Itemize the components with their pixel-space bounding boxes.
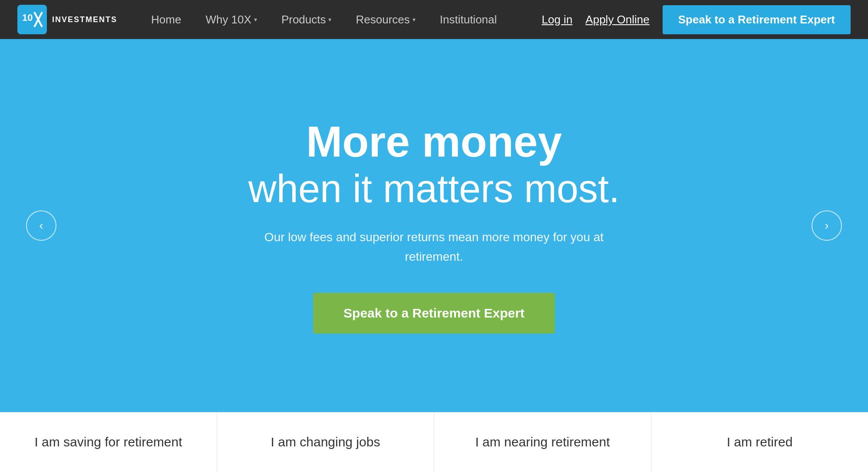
why10x-chevron-icon: ▾ bbox=[254, 16, 257, 23]
carousel-next-button[interactable]: › bbox=[812, 210, 842, 241]
hero-title-light: when it matters most. bbox=[239, 165, 630, 212]
card-saving[interactable]: I am saving for retirement bbox=[0, 412, 217, 472]
bottom-cards: I am saving for retirement I am changing… bbox=[0, 412, 868, 472]
nav-right: Log in Apply Online Speak to a Retiremen… bbox=[542, 5, 851, 34]
nav-institutional[interactable]: Institutional bbox=[428, 0, 509, 39]
hero-speak-expert-button[interactable]: Speak to a Retirement Expert bbox=[313, 293, 555, 334]
carousel-prev-button[interactable]: ‹ bbox=[26, 210, 56, 241]
card-nearing-retirement[interactable]: I am nearing retirement bbox=[434, 412, 651, 472]
hero-subtitle: Our low fees and superior returns mean m… bbox=[239, 228, 630, 267]
products-chevron-icon: ▾ bbox=[328, 16, 331, 23]
resources-chevron-icon: ▾ bbox=[413, 16, 416, 23]
hero-section: ‹ More money when it matters most. Our l… bbox=[0, 39, 868, 412]
login-link[interactable]: Log in bbox=[542, 13, 573, 26]
apply-online-link[interactable]: Apply Online bbox=[585, 13, 649, 26]
hero-title-bold: More money bbox=[239, 118, 630, 165]
card-changing-jobs[interactable]: I am changing jobs bbox=[217, 412, 434, 472]
logo-link[interactable]: 10 INVESTMENTS bbox=[17, 5, 117, 34]
logo-icon: 10 bbox=[21, 9, 43, 30]
nav-home[interactable]: Home bbox=[139, 0, 193, 39]
logo-text: INVESTMENTS bbox=[52, 15, 117, 24]
svg-text:10: 10 bbox=[22, 12, 33, 23]
nav-resources[interactable]: Resources ▾ bbox=[343, 0, 427, 39]
logo-box: 10 bbox=[17, 5, 47, 34]
card-retired[interactable]: I am retired bbox=[651, 412, 868, 472]
nav-why10x[interactable]: Why 10X ▾ bbox=[193, 0, 269, 39]
nav-products[interactable]: Products ▾ bbox=[269, 0, 344, 39]
hero-content: More money when it matters most. Our low… bbox=[239, 118, 630, 334]
nav-links: Home Why 10X ▾ Products ▾ Resources ▾ In… bbox=[139, 0, 541, 39]
nav-speak-expert-button[interactable]: Speak to a Retirement Expert bbox=[663, 5, 851, 34]
navbar: 10 INVESTMENTS Home Why 10X ▾ Products ▾… bbox=[0, 0, 868, 39]
